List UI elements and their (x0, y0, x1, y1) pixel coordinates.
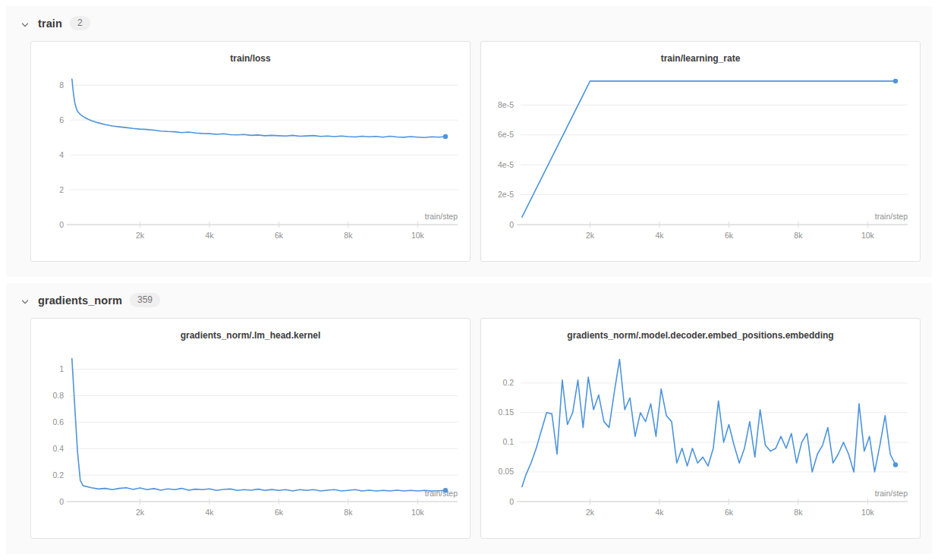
section-header-train[interactable]: train 2 (6, 6, 932, 39)
y-tick-label: 0.1 (502, 437, 514, 446)
x-tick-label: 4k (205, 508, 214, 517)
line-chart-svg: 02e-54e-56e-58e-52k4k6k8k10ktrain/step (481, 67, 918, 253)
y-tick-label: 8 (59, 80, 64, 90)
y-tick-label: 1 (59, 364, 64, 373)
y-tick-label: 0 (59, 220, 64, 229)
x-tick-label: 2k (586, 508, 595, 517)
x-tick-label: 6k (725, 231, 734, 240)
section-train: train 2 train/loss024682k4k6k8k10ktrain/… (6, 6, 932, 277)
y-tick-label: 0.05 (499, 467, 515, 476)
x-tick-label: 6k (275, 231, 284, 240)
x-tick-label: 10k (861, 231, 875, 240)
line-chart-svg: 00.20.40.60.812k4k6k8k10ktrain/step (31, 344, 468, 530)
y-tick-label: 4 (59, 150, 64, 159)
y-tick-label: 6 (59, 115, 64, 124)
section-title: gradients_norm (38, 294, 122, 307)
chart-grid-train: train/loss024682k4k6k8k10ktrain/steptrai… (6, 39, 932, 277)
y-tick-label: 0.15 (499, 407, 515, 417)
series-end-dot (443, 134, 448, 139)
x-tick-label: 4k (655, 508, 664, 517)
series-end-dot (893, 462, 898, 467)
x-tick-label: 2k (136, 508, 145, 517)
chart-title: train/loss (37, 53, 464, 64)
chevron-down-icon[interactable] (20, 18, 30, 29)
y-tick-label: 0 (509, 497, 514, 506)
x-axis-label: train/step (875, 212, 908, 221)
x-tick-label: 8k (344, 231, 353, 240)
section-title: train (38, 17, 62, 30)
y-tick-label: 0.4 (52, 444, 64, 453)
x-tick-label: 10k (861, 508, 875, 517)
series-line (522, 81, 896, 217)
y-tick-label: 0.6 (52, 417, 64, 426)
series-end-dot (893, 79, 898, 83)
x-tick-label: 6k (725, 508, 734, 517)
y-tick-label: 6e-5 (498, 130, 514, 139)
y-tick-label: 0 (509, 220, 514, 229)
y-tick-label: 0.8 (52, 391, 64, 400)
series-line (72, 79, 445, 137)
chart-panel-gradients-norm-lm-head-kernel[interactable]: gradients_norm/.lm_head.kernel00.20.40.6… (30, 318, 471, 539)
metrics-dashboard: train 2 train/loss024682k4k6k8k10ktrain/… (0, 0, 938, 560)
chart-title: gradients_norm/.model.decoder.embed_posi… (487, 330, 914, 341)
chart-title: gradients_norm/.lm_head.kernel (37, 330, 464, 341)
x-tick-label: 8k (794, 231, 803, 240)
panel-count-badge: 2 (70, 16, 90, 30)
series-line (522, 360, 896, 487)
y-tick-label: 4e-5 (498, 160, 514, 169)
chart-title: train/learning_rate (487, 53, 914, 64)
x-tick-label: 4k (655, 231, 664, 240)
y-tick-label: 2e-5 (498, 190, 514, 199)
x-tick-label: 10k (411, 508, 425, 517)
series-line (72, 359, 445, 491)
chart-panel-train-learning-rate[interactable]: train/learning_rate02e-54e-56e-58e-52k4k… (480, 41, 921, 262)
x-tick-label: 4k (205, 231, 214, 240)
chart-grid-gradients-norm: gradients_norm/.lm_head.kernel00.20.40.6… (6, 316, 932, 554)
x-tick-label: 2k (136, 231, 145, 240)
y-tick-label: 8e-5 (498, 100, 514, 109)
x-tick-label: 2k (586, 231, 595, 240)
x-axis-label: train/step (425, 212, 458, 221)
x-tick-label: 8k (794, 508, 803, 517)
line-chart-svg: 024682k4k6k8k10ktrain/step (31, 67, 468, 253)
x-tick-label: 6k (275, 508, 284, 517)
line-chart-svg: 00.050.10.150.22k4k6k8k10ktrain/step (481, 344, 918, 530)
section-gradients-norm: gradients_norm 359 gradients_norm/.lm_he… (6, 283, 932, 554)
y-tick-label: 0 (59, 497, 64, 506)
panel-count-badge: 359 (130, 293, 160, 307)
y-tick-label: 2 (59, 185, 64, 194)
x-axis-label: train/step (875, 489, 908, 498)
x-tick-label: 10k (411, 231, 425, 240)
section-header-gradients-norm[interactable]: gradients_norm 359 (6, 283, 932, 316)
chart-panel-gradients-norm-embed-positions-embedding[interactable]: gradients_norm/.model.decoder.embed_posi… (480, 318, 921, 539)
x-tick-label: 8k (344, 508, 353, 517)
y-tick-label: 0.2 (502, 378, 514, 387)
y-tick-label: 0.2 (52, 470, 64, 480)
chevron-down-icon[interactable] (20, 295, 30, 306)
series-end-dot (443, 488, 448, 492)
chart-panel-train-loss[interactable]: train/loss024682k4k6k8k10ktrain/step (30, 41, 471, 262)
